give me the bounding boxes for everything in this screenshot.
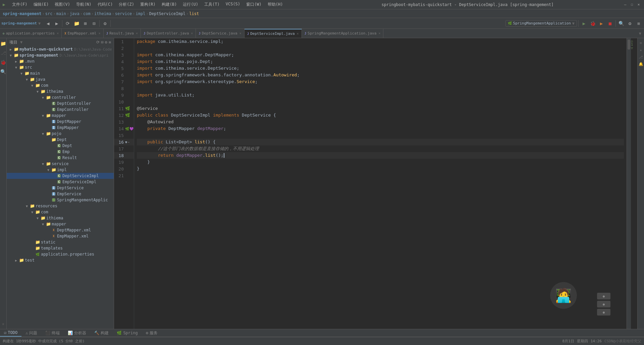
tree-item-dept[interactable]: C Dept <box>7 143 114 149</box>
sidebar-more-icon[interactable]: ≡ <box>109 40 111 45</box>
tree-item-service[interactable]: ▼ 📁 service <box>7 161 114 167</box>
sidebar-sync-icon[interactable]: ⟳ <box>96 40 100 45</box>
sidebar-title-dropdown[interactable]: ▼ <box>20 40 22 45</box>
debug-button[interactable]: 🐞 <box>589 19 597 27</box>
activity-git-icon[interactable]: ⎇ <box>1 50 6 56</box>
breadcrumb-src[interactable]: src <box>45 11 53 16</box>
tab-application-properties[interactable]: ⚙ application.properties × <box>0 29 62 38</box>
tree-item-appprops[interactable]: 🌿 application.properties <box>7 251 114 257</box>
tree-item-res-mapper[interactable]: ▼ 📁 mapper <box>7 221 114 227</box>
tree-item-mapper[interactable]: ▼ 📁 mapper <box>7 113 114 119</box>
sidebar-settings-icon[interactable]: ⚙ <box>105 40 107 45</box>
bottom-tab-spring[interactable]: 🌿 Spring <box>113 329 142 337</box>
tree-item-spring-mangement[interactable]: ▼ 📁 spring-mangement D:\Java\Java-Code\s… <box>7 52 114 58</box>
tree-item-java[interactable]: ▼ 📁 java <box>7 76 114 82</box>
menu-vcs[interactable]: VCS(S) <box>223 1 243 8</box>
tab-result-java[interactable]: J Result.java × <box>104 29 141 38</box>
bottom-tab-build[interactable]: 🔨 构建 <box>90 329 113 337</box>
menu-help[interactable]: 帮助(H) <box>265 1 286 8</box>
sync-button[interactable]: ⟳ <box>64 19 72 27</box>
nav-forward-button[interactable]: ▶ <box>53 19 61 27</box>
tree-item-mybatis[interactable]: ▶ 📁 mybatis-own-quickstart D:\Java\Java-… <box>7 46 114 52</box>
breadcrumb-itheima[interactable]: itheima <box>94 11 111 16</box>
tree-item-deptservice[interactable]: I DeptService <box>7 185 114 191</box>
nav-back-button[interactable]: ◀ <box>44 19 52 27</box>
collapse-button[interactable]: ⊟ <box>90 19 98 27</box>
breadcrumb-main[interactable]: main <box>56 11 66 16</box>
sidebar-collapse-icon[interactable]: ⊟ <box>101 40 103 45</box>
tree-item-templates[interactable]: 📁 templates <box>7 245 114 251</box>
bottom-tab-todo[interactable]: ☑ TODO <box>0 329 21 337</box>
tree-item-src[interactable]: ▼ 📁 src <box>7 64 114 70</box>
tree-item-result[interactable]: C Result <box>7 155 114 161</box>
activity-bookmark-icon[interactable]: ★ <box>2 321 4 326</box>
tree-item-impl[interactable]: ▼ 📁 impl <box>7 167 114 173</box>
settings2-button[interactable]: ⚙ <box>626 19 634 27</box>
right-sidebar-structure-icon[interactable]: ≡ <box>640 41 642 45</box>
tree-item-deptmapper-xml[interactable]: X DeptMapper.xml <box>7 227 114 233</box>
tabs-overflow[interactable]: ▼ <box>636 29 644 38</box>
menu-analyze[interactable]: 分析(Z) <box>116 1 137 8</box>
breadcrumb-impl[interactable]: impl <box>136 11 146 16</box>
tree-item-resources[interactable]: ▼ 📁 resources <box>7 203 114 209</box>
folder-button[interactable]: 📁 <box>72 19 80 27</box>
menu-build[interactable]: 构建(B) <box>159 1 180 8</box>
tree-item-mvn[interactable]: ▶ 📁 .mvn <box>7 58 114 64</box>
maximize-button[interactable]: ☐ <box>629 2 635 7</box>
tree-item-static[interactable]: 📁 static <box>7 239 114 245</box>
tab-deptserviceimpl-java[interactable]: J DeptServiceImpl.java × <box>245 29 302 38</box>
activity-project-icon[interactable]: 📁 <box>0 41 6 46</box>
menu-run[interactable]: 运行(U) <box>180 1 201 8</box>
tree-item-empserviceimpl[interactable]: C EmpServiceImpl <box>7 179 114 185</box>
coverage-button[interactable]: ▶ <box>597 19 605 27</box>
tab-close-springmangement[interactable]: × <box>378 31 380 35</box>
tree-item-ithiema[interactable]: ▼ 📁 ithiema <box>7 215 114 221</box>
menu-nav[interactable]: 导航(N) <box>73 1 94 8</box>
project-dropdown-icon[interactable]: ▼ <box>38 21 41 26</box>
tree-item-controller[interactable]: ▼ 📁 controller <box>7 94 114 100</box>
activity-debug-icon[interactable]: 🐞 <box>0 60 6 65</box>
breadcrumb-class[interactable]: DeptServiceImpl <box>149 11 185 16</box>
tree-item-pojo[interactable]: ▼ 📁 pojo <box>7 131 114 137</box>
tree-item-test[interactable]: ▶ 📁 test <box>7 257 114 263</box>
bottom-tab-analyzer[interactable]: 📊 分析器 <box>64 329 90 337</box>
right-sidebar-bookmark-icon[interactable]: ★ <box>640 48 642 52</box>
tab-empmapper-xml[interactable]: X EmpMapper.xml × <box>62 29 104 38</box>
bottom-tab-problems[interactable]: ⚠ 问题 <box>21 329 41 337</box>
settings-button[interactable]: ⚙ <box>101 19 109 27</box>
menu-tools[interactable]: 工具(T) <box>202 1 222 8</box>
code-content[interactable]: package com.itheima.service.impl; import… <box>134 38 627 329</box>
tab-close-deptservice[interactable]: × <box>239 31 241 35</box>
tab-deptservice-java[interactable]: J DeptService.java × <box>196 29 244 38</box>
tree-item-com[interactable]: ▼ 📁 com <box>7 82 114 88</box>
menu-refactor[interactable]: 重构(R) <box>138 1 158 8</box>
run-config-selector[interactable]: 🌿 SpringMangementApplication ▼ <box>505 20 577 27</box>
mascot-btn-2[interactable]: ● <box>597 301 610 307</box>
tab-close-application-properties[interactable]: × <box>57 31 59 35</box>
activity-search-icon[interactable]: 🔍 <box>0 69 6 74</box>
tab-close-result[interactable]: × <box>136 31 138 35</box>
menu-file[interactable]: 文件(F) <box>9 1 30 8</box>
tab-close-deptserviceimpl[interactable]: × <box>297 32 299 36</box>
search-everywhere-button[interactable]: 🔍 <box>617 19 625 27</box>
more-button[interactable]: ≡ <box>635 19 643 27</box>
tree-item-dept-folder[interactable]: 📁 Dept <box>7 137 114 143</box>
tab-springmangement-java[interactable]: J SpringMangementApplication.java × <box>302 29 384 38</box>
stop-button[interactable]: ■ <box>606 19 614 27</box>
tab-deptcontroller-java[interactable]: J DeptController.java × <box>141 29 196 38</box>
mascot-btn-3[interactable]: ● <box>597 309 610 316</box>
tree-item-itheima[interactable]: ▼ 📁 itheima <box>7 88 114 94</box>
tree-item-springapp[interactable]: S SpringMangementApplic <box>7 197 114 203</box>
breadcrumb-project[interactable]: spring-mangement <box>3 11 42 16</box>
breadcrumb-com[interactable]: com <box>83 11 91 16</box>
tab-close-empmapper[interactable]: × <box>99 31 101 35</box>
breadcrumb-method[interactable]: list <box>189 11 199 16</box>
bottom-tab-terminal[interactable]: ⬛ 终端 <box>41 329 64 337</box>
right-sidebar-git-icon[interactable]: ⎇ <box>639 55 643 59</box>
close-button[interactable]: ✕ <box>636 2 641 7</box>
bottom-tab-service[interactable]: ⚙ 服务 <box>142 329 162 337</box>
scrollbar-thumb[interactable] <box>628 40 630 50</box>
menu-window[interactable]: 窗口(W) <box>244 1 264 8</box>
right-sidebar-notification-icon[interactable]: 🔔 <box>639 62 643 66</box>
tree-item-res-com[interactable]: ▼ 📁 com <box>7 209 114 215</box>
